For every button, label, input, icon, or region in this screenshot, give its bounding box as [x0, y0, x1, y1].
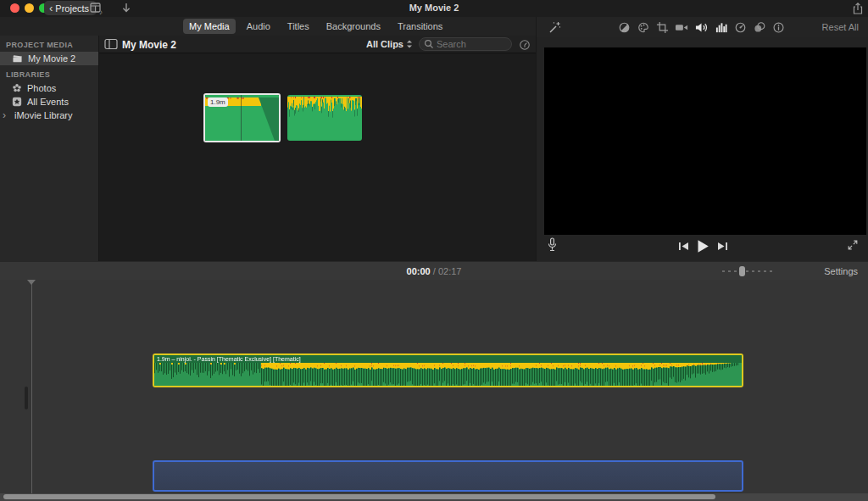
color-correction-icon[interactable]: [637, 21, 650, 34]
timeline[interactable]: 1.9m – ninjoi. - Passin [Thematic Exclus…: [0, 280, 868, 501]
photos-pinwheel-icon: [12, 83, 22, 93]
clip-duration-badge: 1.9m: [208, 97, 228, 107]
project-media-header: PROJECT MEDIA: [0, 36, 98, 52]
timeline-audio-clip[interactable]: 1.9m – ninjoi. - Passin [Thematic Exclus…: [153, 353, 743, 387]
sidebar-item-my-movie-2[interactable]: My Movie 2: [0, 52, 98, 65]
viewer-screen: [544, 47, 866, 235]
color-balance-icon[interactable]: [618, 21, 631, 34]
timeline-settings-button[interactable]: Settings: [824, 266, 858, 276]
volume-icon[interactable]: [694, 21, 709, 34]
clapperboard-icon: [12, 53, 23, 64]
zoom-slider-thumb[interactable]: [739, 266, 745, 276]
reset-all-button[interactable]: Reset All: [822, 22, 859, 32]
filter-chevrons-icon: [406, 39, 413, 49]
timeline-hscrollbar-track[interactable]: [0, 493, 868, 501]
window-title: My Movie 2: [0, 3, 868, 13]
search-icon: [423, 39, 437, 49]
timeline-hscrollbar-thumb[interactable]: [3, 494, 715, 499]
skip-back-icon[interactable]: [678, 241, 689, 252]
sidebar-item-label: Photos: [27, 83, 56, 93]
sidebar-item-label: All Events: [27, 97, 69, 107]
timeline-vertical-scrollbar[interactable]: [25, 387, 28, 409]
tab-my-media[interactable]: My Media: [183, 19, 236, 34]
current-time: 00:00: [407, 266, 431, 276]
disclosure-icon[interactable]: ›: [3, 109, 9, 121]
titlebar: ‹ Projects ♪ My Movie 2: [0, 0, 868, 17]
media-tab-bar: My Media Audio Titles Backgrounds Transi…: [0, 17, 536, 36]
browser-clip-waveform: [287, 95, 362, 141]
sidebar-item-label: iMovie Library: [14, 110, 72, 120]
transport-controls: [537, 236, 868, 256]
total-time: 02:17: [438, 266, 462, 276]
sidebar-toggle-icon[interactable]: [104, 38, 118, 50]
zoom-slider-ticks: [722, 270, 775, 272]
filter-label: All Clips: [366, 39, 403, 49]
sidebar-item-label: My Movie 2: [28, 53, 75, 64]
skip-forward-icon[interactable]: [717, 241, 728, 252]
speed-icon[interactable]: [734, 21, 747, 34]
clip-appearance-icon[interactable]: [519, 39, 531, 51]
stabilization-icon[interactable]: [675, 21, 688, 34]
all-clips-filter[interactable]: All Clips: [366, 39, 413, 49]
libraries-header: LIBRARIES: [0, 65, 98, 81]
tab-audio[interactable]: Audio: [241, 19, 276, 34]
effects-icon[interactable]: [753, 21, 766, 34]
tab-titles[interactable]: Titles: [281, 19, 315, 34]
share-icon[interactable]: [852, 2, 864, 15]
playhead[interactable]: [31, 280, 32, 501]
viewer-pane: [536, 37, 868, 261]
noise-eq-icon[interactable]: [715, 21, 728, 34]
info-icon[interactable]: [772, 21, 785, 34]
play-icon[interactable]: [697, 239, 709, 253]
media-browser: My Movie 2 All Clips 1.9m: [99, 36, 536, 261]
sidebar-item-photos[interactable]: Photos: [0, 81, 98, 95]
all-events-star-icon: [12, 97, 22, 107]
libraries-sidebar: PROJECT MEDIA My Movie 2 LIBRARIES Photo…: [0, 36, 99, 261]
tab-transitions[interactable]: Transitions: [392, 19, 448, 34]
fullscreen-icon[interactable]: [847, 239, 859, 251]
enhance-wand-icon[interactable]: [548, 21, 561, 34]
browser-clip[interactable]: [287, 95, 362, 141]
browser-title: My Movie 2: [122, 39, 176, 51]
playhead-handle[interactable]: [27, 280, 36, 285]
search-field[interactable]: [419, 37, 512, 51]
sidebar-item-imovie-library[interactable]: › iMovie Library: [0, 109, 98, 122]
viewer-toolbar: Reset All: [536, 17, 868, 37]
sidebar-item-all-events[interactable]: All Events: [0, 95, 98, 109]
browser-clip-selected[interactable]: 1.9m: [203, 93, 281, 142]
timeline-drop-zone[interactable]: [153, 460, 743, 492]
time-separator: /: [433, 266, 436, 276]
search-input[interactable]: [437, 39, 504, 49]
tab-backgrounds[interactable]: Backgrounds: [320, 19, 387, 34]
timeline-zoom-slider[interactable]: [722, 266, 775, 276]
media-browser-header: My Movie 2 All Clips: [99, 36, 536, 53]
crop-icon[interactable]: [656, 21, 669, 34]
timeline-toolbar: 00:00 / 02:17 Settings: [0, 261, 868, 280]
audio-clip-label: 1.9m – ninjoi. - Passin [Thematic Exclus…: [154, 355, 742, 363]
